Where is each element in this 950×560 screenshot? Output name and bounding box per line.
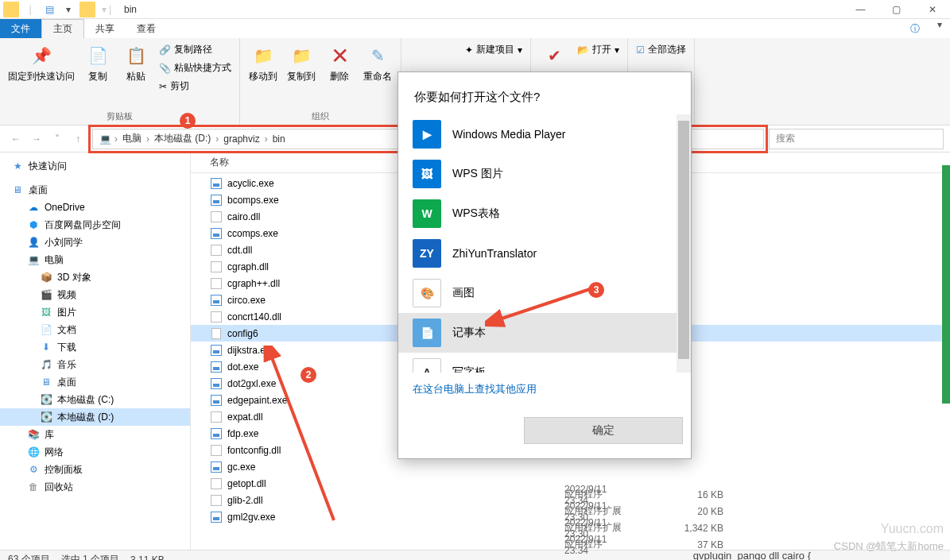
- rename-button[interactable]: ✎重命名: [361, 41, 394, 110]
- more-apps-link[interactable]: 在这台电脑上查找其他应用: [398, 373, 691, 406]
- help-button[interactable]: ⓘ: [910, 19, 929, 38]
- sidebar-video[interactable]: 🎬视频: [0, 286, 190, 303]
- file-name: fontconfig.dll: [227, 445, 281, 456]
- path-icon: 🔗: [159, 44, 171, 56]
- tab-share[interactable]: 共享: [84, 19, 126, 38]
- copy-path-button[interactable]: 🔗复制路径: [157, 41, 233, 58]
- sidebar-cpanel[interactable]: ⚙控制面板: [0, 461, 190, 478]
- crumb-pc[interactable]: 电脑: [121, 132, 143, 145]
- app-icon: W: [413, 199, 441, 228]
- sidebar-docs[interactable]: 📄文档: [0, 321, 190, 338]
- crumb-d[interactable]: 本地磁盘 (D:): [153, 132, 212, 145]
- qat-props-icon[interactable]: ▤: [41, 2, 57, 17]
- move-to-button[interactable]: 📁移动到: [246, 41, 280, 110]
- pc-icon: 💻: [99, 133, 111, 145]
- minimize-button[interactable]: —: [843, 0, 878, 19]
- dialog-scrollbar[interactable]: [677, 114, 691, 373]
- dll-icon: [210, 494, 223, 507]
- copyto-icon: 📁: [289, 43, 314, 68]
- pin-button[interactable]: 📌固定到快速访问: [6, 41, 76, 110]
- back-button[interactable]: ←: [6, 129, 25, 149]
- sidebar-network[interactable]: 🌐网络: [0, 443, 190, 461]
- sidebar-d-drive[interactable]: 💽本地磁盘 (D:): [0, 408, 190, 426]
- collapse-ribbon[interactable]: ▾: [929, 19, 950, 38]
- dll-icon: [210, 261, 223, 273]
- file-name: cairo.dll: [227, 211, 260, 222]
- close-button[interactable]: ✕: [914, 0, 950, 19]
- file-name: dot2gxl.exe: [227, 378, 276, 389]
- sidebar-downloads[interactable]: ⬇下载: [0, 338, 190, 356]
- open-icon: 📂: [577, 44, 589, 56]
- sidebar-desktop2[interactable]: 🖥桌面: [0, 373, 190, 391]
- open-button[interactable]: 📂打开▾: [576, 41, 621, 58]
- file-row[interactable]: gc.exe: [191, 458, 950, 475]
- paste-button[interactable]: 📋粘贴: [119, 41, 153, 110]
- app-label: Windows Media Player: [452, 128, 565, 141]
- rename-icon: ✎: [365, 43, 390, 68]
- maximize-button[interactable]: ▢: [878, 0, 914, 19]
- qat-sep: |: [22, 2, 38, 17]
- gvplugin-text: gvplugin_pango dll cairo {: [693, 550, 811, 560]
- sidebar-3d[interactable]: 📦3D 对象: [0, 268, 190, 286]
- paste-icon: 📋: [123, 43, 149, 68]
- file-name: config6: [227, 328, 258, 339]
- dl-icon: ⬇: [40, 341, 52, 353]
- sidebar-baidu[interactable]: ⬢百度网盘同步空间: [0, 216, 190, 234]
- recent-button[interactable]: ˅: [48, 129, 67, 149]
- sidebar-libs[interactable]: 📚库: [0, 426, 190, 443]
- crumb-bin[interactable]: bin: [271, 133, 287, 145]
- annotation-3: 3: [588, 282, 604, 298]
- copy-button[interactable]: 📄复制: [81, 41, 114, 110]
- qat-dropdown-icon[interactable]: ▾: [60, 2, 76, 17]
- search-input[interactable]: 搜索: [769, 129, 944, 149]
- shortcut-icon: 📎: [159, 63, 171, 74]
- app-icon: 🖼: [413, 160, 441, 188]
- cut-button[interactable]: ✂剪切: [157, 78, 233, 95]
- drive-icon: 💽: [40, 393, 52, 406]
- dialog-app-item[interactable]: 📄记事本: [398, 313, 691, 353]
- sidebar-quick-access[interactable]: ★快速访问: [0, 157, 190, 175]
- exe-icon: [210, 377, 223, 390]
- up-button[interactable]: ↑: [68, 129, 87, 149]
- exe-icon: [210, 344, 223, 357]
- sidebar-onedrive[interactable]: ☁OneDrive: [0, 199, 190, 216]
- file-icon: [210, 327, 223, 340]
- ok-button[interactable]: 确定: [524, 417, 683, 444]
- app-icon: ▶: [413, 120, 441, 149]
- sidebar-c-drive[interactable]: 💽本地磁盘 (C:): [0, 391, 190, 408]
- onedrive-icon: ☁: [27, 201, 40, 214]
- dialog-app-item[interactable]: ZYZhiYunTranslator: [398, 234, 691, 273]
- file-name: cgraph++.dll: [227, 278, 280, 289]
- select-all-button[interactable]: ☑全部选择: [634, 41, 688, 58]
- tab-home[interactable]: 主页: [41, 19, 84, 38]
- dialog-app-item[interactable]: 🎨画图: [398, 273, 691, 313]
- copy-to-button[interactable]: 📁复制到: [285, 41, 318, 110]
- paste-shortcut-button[interactable]: 📎粘贴快捷方式: [157, 60, 233, 76]
- 3d-icon: 📦: [40, 271, 52, 284]
- file-name: glib-2.dll: [227, 495, 263, 506]
- dialog-app-item[interactable]: 🖼WPS 图片: [398, 154, 691, 194]
- tab-file[interactable]: 文件: [0, 19, 41, 38]
- dll-icon: [210, 311, 223, 323]
- delete-button[interactable]: ✕删除: [323, 41, 356, 110]
- sidebar-pc[interactable]: 💻电脑: [0, 251, 190, 268]
- sidebar-user[interactable]: 👤小刘同学: [0, 234, 190, 251]
- sidebar-recycle[interactable]: 🗑回收站: [0, 478, 190, 496]
- sidebar-music[interactable]: 🎵音乐: [0, 356, 190, 373]
- dialog-app-item[interactable]: ▶Windows Media Player: [398, 114, 691, 154]
- dialog-app-item[interactable]: WWPS表格: [398, 194, 691, 234]
- music-icon: 🎵: [40, 358, 52, 371]
- move-icon: 📁: [250, 43, 276, 68]
- tab-view[interactable]: 查看: [126, 19, 167, 38]
- sidebar-desktop[interactable]: 🖥桌面: [0, 181, 190, 199]
- new-item-button[interactable]: ✦新建项目▾: [463, 41, 524, 58]
- user-icon: 👤: [27, 236, 40, 249]
- sidebar-pictures[interactable]: 🖼图片: [0, 303, 190, 321]
- app-label: 记事本: [452, 326, 486, 340]
- dialog-app-item[interactable]: A写字板: [398, 353, 691, 373]
- crumb-graphviz[interactable]: graphviz: [222, 133, 261, 145]
- check-icon: ✔: [541, 43, 567, 68]
- pin-icon: 📌: [29, 43, 54, 68]
- forward-button[interactable]: →: [27, 129, 46, 149]
- app-label: WPS表格: [452, 207, 500, 221]
